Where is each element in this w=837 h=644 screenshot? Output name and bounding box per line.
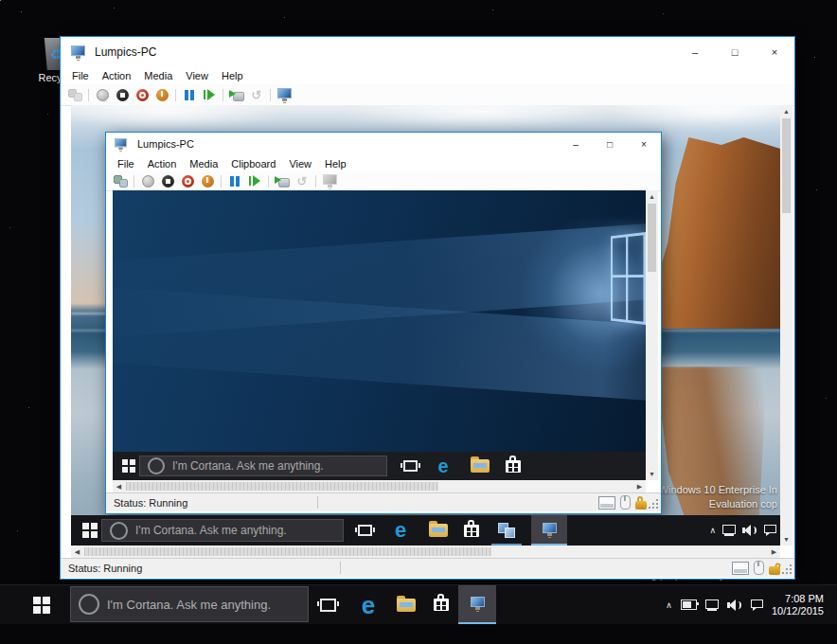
menu-action[interactable]: Action — [96, 70, 138, 81]
inner-horizontal-scrollbar[interactable]: ◀ ▶ — [113, 480, 646, 492]
file-explorer-icon[interactable] — [390, 585, 422, 624]
cliff-rock — [650, 137, 780, 329]
file-explorer-icon[interactable] — [425, 515, 452, 546]
inner-vm-screen: I'm Cortana. Ask me anything. e — [113, 190, 646, 480]
task-view-button[interactable] — [399, 452, 421, 480]
scroll-left-arrow[interactable]: ◀ — [71, 546, 83, 558]
scroll-up-arrow[interactable]: ▲ — [780, 105, 792, 117]
inner-maximize-button[interactable]: □ — [593, 133, 627, 155]
network-icon[interactable] — [705, 599, 719, 611]
resume-icon[interactable] — [246, 173, 263, 189]
enhanced-session-icon[interactable] — [276, 87, 293, 103]
outer-titlebar[interactable]: Lumpics-PC – □ × — [61, 37, 794, 67]
menu-media[interactable]: Media — [137, 70, 179, 81]
start-button[interactable] — [116, 452, 141, 480]
scroll-thumb[interactable] — [126, 482, 438, 491]
resume-icon[interactable] — [201, 87, 218, 103]
menu-view[interactable]: View — [179, 70, 215, 81]
ctrl-alt-del-icon[interactable] — [66, 87, 83, 103]
scroll-left-arrow[interactable]: ◀ — [113, 480, 125, 492]
hyperv-manager-icon[interactable] — [491, 515, 522, 546]
edge-browser-icon[interactable]: e — [430, 452, 456, 480]
store-icon[interactable] — [426, 585, 456, 624]
checkpoint-icon[interactable] — [228, 87, 245, 103]
inner-titlebar[interactable]: Lumpics-PC – □ × — [106, 133, 661, 155]
turn-off-icon[interactable] — [114, 87, 131, 103]
tray-chevron-icon[interactable]: ∧ — [666, 600, 672, 610]
outer-horizontal-scrollbar[interactable]: ◀ ▶ — [71, 546, 780, 558]
revert-icon[interactable]: ↺ — [248, 87, 265, 103]
pause-icon[interactable] — [226, 173, 243, 189]
outer-close-button[interactable]: × — [755, 37, 794, 67]
outer-vm-screen: Windows 10 Enterprise In Evaluation cop … — [71, 105, 780, 546]
action-center-icon[interactable] — [764, 525, 776, 536]
ctrl-alt-del-icon[interactable] — [112, 173, 129, 189]
outer-status-bar: Status: Running — [61, 558, 794, 577]
battery-icon[interactable] — [681, 599, 697, 610]
scroll-up-arrow[interactable]: ▲ — [646, 190, 658, 203]
turn-off-icon[interactable] — [159, 173, 176, 189]
inner-window-title: Lumpics-PC — [137, 138, 194, 150]
scroll-thumb[interactable] — [648, 204, 656, 272]
menu-clipboard[interactable]: Clipboard — [224, 158, 282, 170]
cortana-search-input[interactable]: I'm Cortana. Ask me anything. — [101, 519, 344, 542]
revert-icon[interactable]: ↺ — [294, 173, 311, 189]
cortana-search-input[interactable]: I'm Cortana. Ask me anything. — [70, 586, 309, 622]
vmconnect-taskbar-icon[interactable] — [458, 585, 496, 624]
resize-grip[interactable] — [783, 565, 792, 575]
toolbar-separator — [221, 175, 222, 188]
toolbar-separator — [88, 89, 89, 101]
outer-window-title: Lumpics-PC — [95, 45, 156, 59]
menu-file[interactable]: File — [65, 70, 96, 81]
store-icon[interactable] — [459, 515, 484, 546]
scroll-thumb[interactable] — [782, 118, 791, 213]
store-icon[interactable] — [501, 452, 525, 480]
cortana-search-input[interactable]: I'm Cortana. Ask me anything. — [139, 456, 387, 476]
speaker-icon[interactable] — [742, 525, 757, 536]
shut-down-icon[interactable] — [134, 87, 151, 103]
display-status-icon — [598, 496, 615, 510]
windows-logo-glow — [611, 232, 646, 325]
scroll-right-arrow[interactable]: ▶ — [768, 546, 780, 558]
menu-help[interactable]: Help — [318, 158, 353, 170]
pause-icon[interactable] — [181, 87, 198, 103]
edge-browser-icon[interactable]: e — [352, 585, 384, 624]
inner-close-button[interactable]: × — [627, 133, 661, 155]
shut-down-icon[interactable] — [179, 173, 196, 189]
outer-maximize-button[interactable]: □ — [715, 37, 755, 67]
edge-browser-icon[interactable]: e — [387, 515, 414, 546]
menu-view[interactable]: View — [282, 158, 318, 170]
menu-action[interactable]: Action — [141, 158, 184, 170]
task-view-button[interactable] — [312, 585, 343, 624]
tray-chevron-icon[interactable]: ∧ — [709, 526, 716, 535]
resize-grip[interactable] — [650, 500, 659, 510]
menu-media[interactable]: Media — [183, 158, 224, 170]
speaker-icon[interactable] — [727, 599, 742, 611]
scroll-right-arrow[interactable]: ▶ — [633, 480, 646, 492]
scroll-thumb[interactable] — [84, 547, 491, 556]
scroll-down-arrow[interactable]: ▼ — [780, 533, 792, 546]
save-state-icon[interactable] — [153, 87, 170, 103]
menu-file[interactable]: File — [111, 158, 141, 170]
network-icon[interactable] — [722, 525, 736, 536]
start-vm-icon[interactable] — [94, 87, 111, 103]
scroll-down-arrow[interactable]: ▼ — [646, 468, 658, 480]
checkpoint-icon[interactable] — [274, 173, 291, 189]
save-state-icon[interactable] — [199, 173, 216, 189]
outer-minimize-button[interactable]: – — [675, 37, 715, 67]
file-explorer-icon[interactable] — [468, 452, 492, 480]
inner-minimize-button[interactable]: – — [559, 133, 593, 155]
enhanced-session-icon[interactable] — [321, 173, 338, 189]
outer-vertical-scrollbar[interactable]: ▲ ▼ — [780, 105, 792, 546]
inner-vertical-scrollbar[interactable]: ▲ ▼ — [646, 190, 658, 480]
start-vm-icon[interactable] — [139, 173, 156, 189]
vmconnect-taskbar-icon[interactable] — [531, 515, 567, 546]
start-button[interactable] — [25, 585, 59, 624]
start-button[interactable] — [77, 515, 103, 546]
action-center-icon[interactable] — [751, 599, 763, 611]
inner-vm-window: Lumpics-PC – □ × File Action Media Clipb… — [105, 132, 662, 514]
menu-help[interactable]: Help — [215, 70, 250, 81]
clock[interactable]: 7:08 PM 10/12/2015 — [772, 593, 824, 617]
host-taskbar: I'm Cortana. Ask me anything. e ∧ 7:08 P… — [0, 584, 837, 624]
task-view-button[interactable] — [352, 515, 377, 546]
